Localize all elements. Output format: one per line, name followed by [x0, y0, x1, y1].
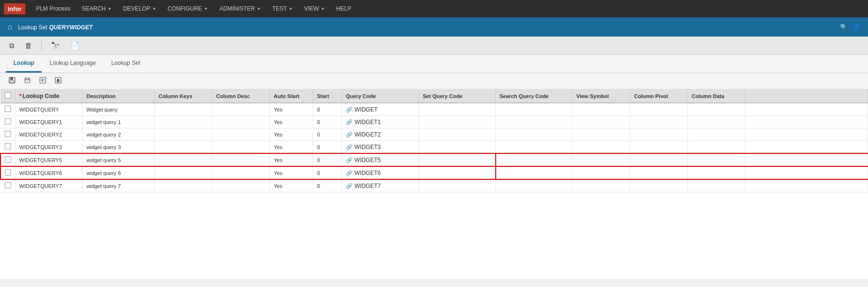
query-code-cell: 🔗WIDGET — [342, 103, 419, 116]
import-button[interactable] — [52, 75, 64, 87]
search-query-code-cell — [496, 103, 573, 116]
row-checkbox[interactable] — [5, 106, 11, 112]
table-row: WIDGETQUERY1 widget query 1 Yes 0 🔗WIDGE… — [0, 116, 868, 128]
start-cell: 0 — [313, 116, 342, 128]
link-icon: 🔗 — [346, 132, 353, 137]
export2-button[interactable] — [37, 75, 49, 87]
nav-develop[interactable]: DEVELOP ▼ — [117, 0, 162, 17]
set-query-code-cell — [419, 179, 496, 192]
column-data-cell — [688, 128, 746, 141]
auto-start-cell: Yes — [270, 116, 313, 128]
link-icon: 🔗 — [346, 157, 353, 163]
start-cell: 0 — [313, 153, 342, 166]
row-checkbox[interactable] — [5, 143, 11, 150]
nav-plm-process[interactable]: PLM Process — [30, 0, 76, 17]
set-query-code-cell — [419, 141, 496, 154]
start-cell: 0 — [313, 141, 342, 154]
select-all-checkbox[interactable] — [5, 92, 11, 99]
start-cell: 0 — [313, 128, 342, 141]
link-icon: 🔗 — [346, 119, 353, 125]
user-icon[interactable]: 👤 — [853, 24, 860, 30]
column-desc-cell — [212, 179, 270, 192]
home-icon[interactable]: ⌂ — [8, 23, 12, 31]
row-checkbox[interactable] — [5, 118, 11, 125]
row-checkbox-cell[interactable] — [0, 166, 15, 179]
svg-rect-1 — [10, 77, 13, 80]
header-checkbox[interactable] — [0, 89, 15, 103]
column-keys-cell — [155, 141, 212, 154]
sub-toolbar — [0, 73, 868, 89]
view-symbol-cell — [573, 141, 630, 154]
column-data-cell — [688, 103, 746, 116]
save-all-button[interactable] — [6, 75, 18, 87]
extra-cell — [746, 179, 868, 192]
discard-button[interactable] — [21, 75, 34, 87]
lookup-code-cell: WIDGETQUERY1 — [15, 116, 83, 128]
column-pivot-cell — [630, 166, 688, 179]
set-query-code-cell — [419, 116, 496, 128]
column-pivot-cell — [630, 116, 688, 128]
top-navigation: infor PLM Process SEARCH ▼ DEVELOP ▼ CON… — [0, 0, 868, 17]
column-desc-cell — [212, 153, 270, 166]
row-checkbox-cell[interactable] — [0, 103, 15, 116]
column-pivot-cell — [630, 103, 688, 116]
nav-view[interactable]: VIEW ▼ — [298, 0, 330, 17]
row-checkbox-cell[interactable] — [0, 153, 15, 166]
row-checkbox[interactable] — [5, 169, 11, 175]
header-query-code: Query Code — [342, 89, 419, 103]
nav-configure[interactable]: CONFIGURE ▼ — [162, 0, 214, 17]
find-button[interactable]: 🔭 — [48, 39, 63, 52]
row-checkbox[interactable] — [5, 156, 11, 162]
tab-lookup-set[interactable]: Lookup Set — [103, 55, 148, 73]
description-cell: widget query 5 — [83, 153, 155, 166]
delete-button[interactable]: 🗑 — [22, 39, 36, 52]
column-keys-cell — [155, 128, 212, 141]
description-cell: widget query 1 — [83, 116, 155, 128]
set-query-code-cell — [419, 153, 496, 166]
row-checkbox-cell[interactable] — [0, 179, 15, 192]
page-header: ⌂ Lookup Set QUERYWIDGET 🔍 👤 — [0, 17, 868, 37]
header-auto-start: Auto Start — [270, 89, 313, 103]
row-checkbox-cell[interactable] — [0, 116, 15, 128]
header-set-query-code: Set Query Code — [419, 89, 496, 103]
lookup-code-cell: WIDGETQUERY3 — [15, 141, 83, 154]
view-symbol-cell — [573, 103, 630, 116]
search-query-code-cell — [496, 153, 573, 166]
table-row: WIDGETQUERY3 widget query 3 Yes 0 🔗WIDGE… — [0, 141, 868, 154]
extra-cell — [746, 166, 868, 179]
column-pivot-cell — [630, 179, 688, 192]
tab-lookup-language[interactable]: Lookup Language — [42, 55, 103, 73]
copy-button[interactable]: ⧉ — [6, 39, 18, 52]
chevron-down-icon: ▼ — [204, 7, 208, 11]
set-query-code-cell — [419, 128, 496, 141]
query-code-cell: 🔗WIDGET3 — [342, 141, 419, 154]
column-keys-cell — [155, 166, 212, 179]
export-button[interactable]: 📄 — [67, 39, 83, 52]
nav-help[interactable]: HELP — [330, 0, 357, 17]
description-cell: widget query 2 — [83, 128, 155, 141]
query-code-cell: 🔗WIDGET6 — [342, 166, 419, 179]
search-icon[interactable]: 🔍 — [840, 24, 847, 30]
search-query-code-cell — [496, 179, 573, 192]
lookup-code-cell: WIDGETQUERY2 — [15, 128, 83, 141]
tab-lookup[interactable]: Lookup — [6, 55, 42, 73]
row-checkbox[interactable] — [5, 131, 11, 137]
column-desc-cell — [212, 103, 270, 116]
toolbar-separator — [41, 41, 42, 50]
nav-administer[interactable]: ADMINISTER ▼ — [214, 0, 267, 17]
description-cell: widget query 6 — [83, 166, 155, 179]
row-checkbox-cell[interactable] — [0, 141, 15, 154]
chevron-down-icon: ▼ — [152, 7, 156, 11]
row-checkbox[interactable] — [5, 182, 11, 188]
lookup-code-cell: WIDGETQUERY7 — [15, 179, 83, 192]
column-pivot-cell — [630, 153, 688, 166]
start-cell: 0 — [313, 179, 342, 192]
link-icon: 🔗 — [346, 144, 353, 150]
nav-test[interactable]: TEST ▼ — [267, 0, 299, 17]
search-query-code-cell — [496, 116, 573, 128]
row-checkbox-cell[interactable] — [0, 128, 15, 141]
nav-search[interactable]: SEARCH ▼ — [76, 0, 117, 17]
chevron-down-icon: ▼ — [257, 7, 261, 11]
search-query-code-cell — [496, 141, 573, 154]
extra-cell — [746, 128, 868, 141]
